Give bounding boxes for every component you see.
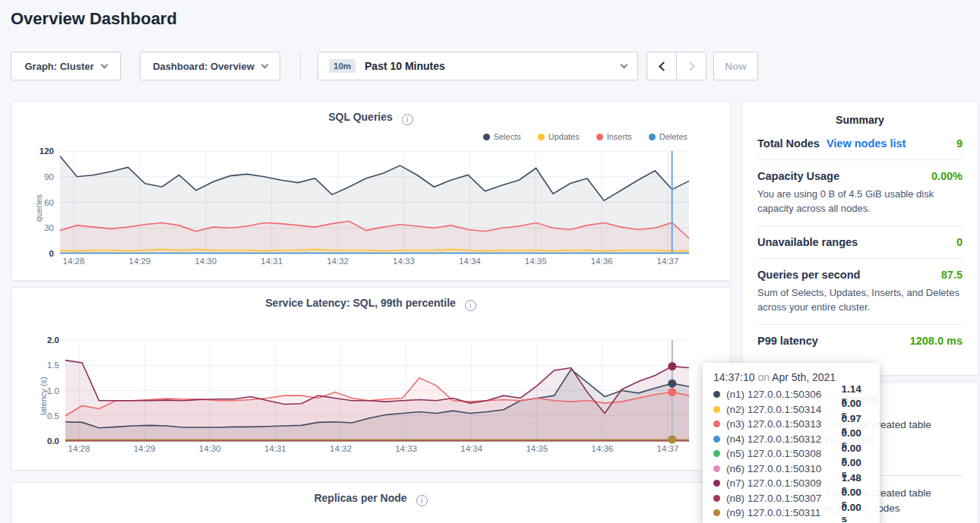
time-range-label: Past 10 Minutes: [365, 60, 445, 72]
svg-text:14:35: 14:35: [526, 444, 548, 453]
stat-capacity-usage: Capacity Usage 0.00% You are using 0 B o…: [757, 159, 963, 225]
node-address: (n7) 127.0.0.1:50309: [726, 477, 842, 489]
summary-title: Summary: [742, 102, 978, 126]
node-color-dot-icon: [713, 391, 720, 398]
svg-text:14:36: 14:36: [591, 444, 613, 453]
node-address: (n2) 127.0.0.1:50314: [726, 404, 842, 415]
replicas-per-node-card: Replicas per Node i: [11, 482, 731, 523]
svg-text:14:32: 14:32: [330, 444, 352, 453]
view-nodes-list-link[interactable]: View nodes list: [827, 137, 906, 150]
dashboard-selector-label: Dashboard: Overview: [153, 61, 254, 72]
page-title: Overview Dashboard: [11, 9, 177, 29]
stat-value: 87.5: [941, 269, 963, 281]
info-icon[interactable]: i: [416, 495, 428, 506]
svg-text:14:33: 14:33: [393, 257, 415, 266]
sql-queries-card: SQL Queries i SelectsUpdatesInsertsDelet…: [11, 101, 731, 281]
stat-description: You are using 0 B of 4.5 GiB usable disk…: [757, 187, 963, 216]
svg-text:14:33: 14:33: [395, 444, 417, 453]
svg-text:0.0: 0.0: [47, 436, 59, 446]
stat-value: 0: [956, 236, 963, 248]
node-color-dot-icon: [713, 406, 720, 413]
node-color-dot-icon: [713, 465, 720, 472]
dashboard-selector-dropdown[interactable]: Dashboard: Overview: [140, 52, 280, 80]
stat-queries-per-second: Queries per second 87.5 Sum of Selects, …: [757, 258, 963, 324]
replicas-per-node-chart-title: Replicas per Node: [314, 492, 406, 504]
svg-text:14:37: 14:37: [657, 444, 679, 453]
svg-text:14:36: 14:36: [591, 257, 613, 266]
svg-text:0: 0: [49, 249, 54, 258]
stat-label: P99 latency: [757, 335, 818, 347]
chevron-down-icon: [621, 61, 628, 68]
stat-p99-latency: P99 latency 1208.0 ms: [757, 324, 963, 357]
node-address: (n1) 127.0.0.1:50306: [726, 389, 842, 400]
svg-text:14:35: 14:35: [525, 257, 547, 266]
node-address: (n3) 127.0.0.1:50313: [726, 418, 842, 430]
stat-value: 0.00%: [931, 170, 963, 182]
svg-text:14:28: 14:28: [63, 257, 85, 266]
svg-text:14:32: 14:32: [327, 257, 349, 266]
svg-text:90: 90: [44, 172, 54, 181]
node-color-dot-icon: [713, 436, 720, 443]
stat-label: Unavailable ranges: [757, 236, 858, 248]
svg-text:14:28: 14:28: [68, 444, 90, 453]
stat-label: Capacity Usage: [757, 170, 839, 182]
toolbar-divider: [300, 52, 301, 80]
tooltip-timestamp: 14:37:10 on Apr 5th, 2021: [713, 371, 869, 383]
svg-text:1.0: 1.0: [47, 386, 59, 395]
svg-text:0.5: 0.5: [47, 411, 59, 421]
service-latency-card: Service Latency: SQL, 99th percentile i …: [11, 287, 731, 471]
summary-panel: Summary Total Nodes View nodes list 9 Ca…: [741, 101, 978, 376]
service-latency-chart-svg[interactable]: 14:2814:2914:3014:3114:3214:3314:3414:35…: [11, 288, 730, 470]
node-color-dot-icon: [713, 480, 720, 487]
svg-text:30: 30: [44, 223, 54, 232]
time-next-button[interactable]: [676, 52, 707, 80]
node-color-dot-icon: [713, 509, 720, 516]
svg-text:14:34: 14:34: [460, 444, 482, 453]
stat-label: Total Nodes: [757, 137, 820, 150]
node-address: (n5) 127.0.0.1:50308: [726, 448, 842, 459]
chevron-down-icon: [261, 61, 268, 68]
chevron-right-icon: [685, 61, 695, 71]
graph-selector-label: Graph: Cluster: [24, 61, 93, 72]
node-color-dot-icon: [713, 421, 720, 427]
svg-text:14:37: 14:37: [657, 257, 679, 266]
node-address: (n8) 127.0.0.1:50307: [726, 493, 842, 504]
chevron-down-icon: [100, 61, 108, 68]
svg-text:2.0: 2.0: [47, 336, 59, 345]
chart-hover-tooltip: 14:37:10 on Apr 5th, 2021 (n1) 127.0.0.1…: [703, 363, 880, 523]
node-address: (n4) 127.0.0.1:50312: [726, 433, 842, 445]
node-latency-value: 0.00 s: [842, 502, 869, 523]
stat-description: Sum of Selects, Updates, Inserts, and De…: [757, 285, 963, 314]
node-color-dot-icon: [713, 450, 720, 457]
svg-text:14:34: 14:34: [459, 257, 481, 266]
stat-unavailable-ranges: Unavailable ranges 0: [757, 225, 963, 258]
graph-selector-dropdown[interactable]: Graph: Cluster: [11, 52, 121, 80]
svg-text:60: 60: [44, 198, 54, 207]
stat-value: 1208.0 ms: [910, 335, 963, 347]
stat-label: Queries per second: [757, 269, 860, 281]
svg-text:14:30: 14:30: [199, 444, 221, 453]
svg-text:14:29: 14:29: [128, 257, 150, 266]
time-range-badge: 10m: [329, 59, 356, 73]
tooltip-node-row: (n9) 127.0.0.1:503110.00 s: [713, 506, 869, 521]
chevron-left-icon: [659, 61, 669, 71]
svg-text:14:31: 14:31: [264, 444, 286, 453]
time-range-dropdown[interactable]: 10m Past 10 Minutes: [318, 52, 638, 80]
svg-text:1.5: 1.5: [47, 361, 59, 370]
svg-text:120: 120: [40, 147, 54, 156]
node-address: (n9) 127.0.0.1:50311: [726, 507, 842, 518]
svg-text:14:29: 14:29: [134, 444, 156, 453]
svg-text:14:31: 14:31: [261, 257, 283, 266]
stat-total-nodes: Total Nodes View nodes list 9: [757, 128, 963, 159]
node-address: (n6) 127.0.0.1:50310: [726, 463, 842, 474]
time-prev-button[interactable]: [646, 52, 677, 80]
svg-text:14:30: 14:30: [194, 257, 217, 266]
time-now-button[interactable]: Now: [713, 52, 758, 80]
stat-value: 9: [956, 137, 963, 150]
sql-queries-chart-svg[interactable]: 14:2814:2914:3014:3114:3214:3314:3414:35…: [11, 102, 730, 280]
node-color-dot-icon: [713, 495, 720, 502]
tooltip-rows: (n1) 127.0.0.1:503061.14 s(n2) 127.0.0.1…: [713, 387, 869, 521]
